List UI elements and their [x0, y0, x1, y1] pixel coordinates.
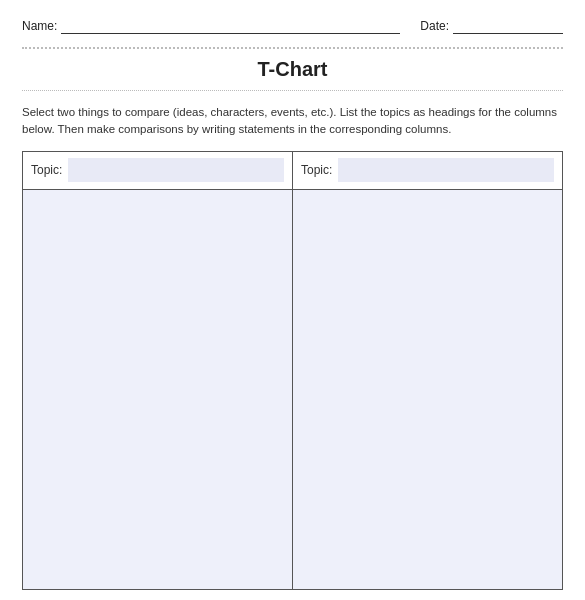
tchart-container: Topic: Topic: [22, 151, 563, 591]
left-topic-label: Topic: [31, 163, 62, 177]
tchart-header: Topic: Topic: [23, 152, 562, 190]
right-topic-input[interactable] [338, 158, 554, 182]
date-field: Date: [420, 18, 563, 34]
header-row: Name: Date: [22, 18, 563, 34]
tchart-body [23, 190, 562, 590]
page: Name: Date: T-Chart Select two things to… [0, 0, 585, 600]
right-body-cell[interactable] [293, 190, 562, 590]
date-underline [453, 18, 563, 34]
name-underline [61, 18, 400, 34]
left-topic-cell: Topic: [23, 152, 293, 189]
name-label: Name: [22, 19, 57, 33]
left-topic-input[interactable] [68, 158, 284, 182]
name-field: Name: [22, 18, 420, 34]
right-topic-label: Topic: [301, 163, 332, 177]
chart-title: T-Chart [258, 58, 328, 80]
bottom-dotted-divider [22, 90, 563, 91]
right-topic-cell: Topic: [293, 152, 562, 189]
date-label: Date: [420, 19, 449, 33]
top-dotted-divider [22, 47, 563, 49]
left-body-cell[interactable] [23, 190, 293, 590]
instructions-text: Select two things to compare (ideas, cha… [22, 104, 563, 139]
title-section: T-Chart [22, 54, 563, 85]
